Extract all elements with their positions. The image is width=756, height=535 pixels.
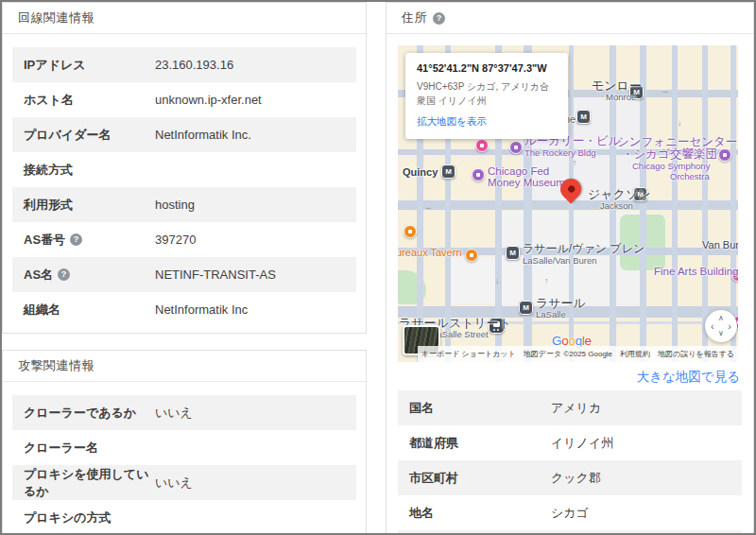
attack-info-title: 攻撃関連情報 (18, 357, 94, 374)
keyboard-shortcuts-link[interactable]: キーボード ショートカット (418, 346, 520, 362)
map-label: Orchestra (670, 172, 710, 181)
table-row: 国名 アメリカ (398, 390, 742, 425)
row-value: 397270 (155, 233, 196, 247)
address-rows: 国名 アメリカ 都道府県 イリノイ州 市区町村 クック郡 地名 シカゴ (398, 390, 742, 535)
address-body: → ↓ ← ← ↓ ↑ ↑ (387, 34, 753, 535)
row-label: IPアドレス (24, 57, 86, 74)
attack-info-header: 攻撃関連情報 (3, 351, 366, 382)
row-value: hosting (155, 198, 195, 212)
pan-right-icon[interactable]: › (728, 321, 731, 332)
row-value: シカゴ (551, 505, 589, 522)
map-label: Money Museum (488, 177, 565, 189)
map-label: ・シカゴ交響楽団 (622, 148, 717, 162)
row-label: プロキシの方式 (24, 509, 112, 526)
row-value: いいえ (155, 475, 193, 492)
google-map[interactable]: → ↓ ← ← ↓ ↑ ↑ (398, 45, 738, 362)
row-value: NetInformatik Inc. (155, 128, 251, 142)
table-row: 組織名 NetInformatik Inc (12, 292, 356, 327)
table-row (398, 530, 742, 535)
map-label: Monroe (606, 93, 636, 102)
row-label: 都道府県 (409, 435, 458, 452)
map-attribution: キーボード ショートカット 地図データ ©2025 Google 利用規約 地図… (418, 346, 738, 362)
table-row: 利用形式 hosting (12, 187, 356, 222)
attack-info-card: 攻撃関連情報 クローラーであるか いいえ クローラー名 プロキシを使用しているか… (2, 350, 367, 535)
metro-station-icon[interactable] (576, 110, 591, 124)
report-error-link[interactable]: 地図の誤りを報告する (654, 346, 738, 362)
map-data-credit: 地図データ ©2025 Google (520, 346, 616, 362)
help-icon[interactable] (58, 268, 70, 281)
row-label: AS名 (24, 267, 53, 284)
map-info-window: 41°52'41.2"N 87°37'47.3"W V9HC+63P シカゴ, … (405, 53, 568, 139)
row-value: いいえ (155, 405, 193, 422)
row-value: unknown.ip-xfer.net (155, 93, 262, 107)
table-row: 接続方式 (12, 152, 356, 187)
left-column: 回線関連情報 IPアドレス 23.160.193.16 ホスト名 unknown… (2, 2, 367, 533)
hotel-poi-icon[interactable] (475, 139, 489, 152)
restaurant-poi-icon[interactable] (465, 249, 478, 262)
map-label: Quincy (403, 166, 438, 178)
table-row: 地名 シカゴ (398, 495, 742, 530)
plus-code-address: V9HC+63P シカゴ, アメリカ合衆国 イリノイ州 (417, 80, 557, 108)
pan-up-icon[interactable]: ∧ (718, 315, 724, 322)
view-larger-row: 大きな地図で見る (398, 362, 742, 387)
oneway-arrow-icon: ↓ (495, 277, 500, 285)
row-label: 国名 (409, 400, 434, 417)
table-row: クローラーであるか いいえ (12, 395, 356, 430)
map-label: ラサール/ヴァン ブレン (523, 243, 644, 255)
line-info-card: 回線関連情報 IPアドレス 23.160.193.16 ホスト名 unknown… (2, 2, 367, 334)
map-label: LaSalle (536, 310, 566, 319)
pan-down-icon[interactable]: ∨ (718, 330, 724, 337)
address-card: 住所 (386, 2, 754, 535)
row-label: クローラーであるか (24, 405, 136, 422)
row-label: ホスト名 (24, 92, 74, 109)
line-info-header: 回線関連情報 (3, 3, 366, 34)
symphony-poi-icon[interactable] (718, 148, 731, 162)
line-info-rows: IPアドレス 23.160.193.16 ホスト名 unknown.ip-xfe… (3, 34, 366, 335)
address-header: 住所 (387, 3, 753, 34)
coordinates-text: 41°52'41.2"N 87°37'47.3"W (417, 62, 557, 74)
row-label: 利用形式 (24, 197, 73, 214)
table-row: 市区町村 クック郡 (398, 460, 742, 495)
table-row: AS名 NETINF-TRANSIT-AS (12, 257, 356, 292)
metro-station-icon[interactable] (506, 246, 520, 260)
row-label: 市区町村 (409, 470, 458, 487)
help-icon[interactable] (70, 233, 82, 246)
row-label: 組織名 (24, 302, 60, 319)
oneway-arrow-icon: ↑ (573, 159, 577, 167)
rookery-poi-icon[interactable] (509, 141, 523, 154)
row-value: 23.160.193.16 (155, 58, 233, 72)
map-label: ureaux Tavern (398, 247, 462, 258)
restaurant-poi-icon[interactable] (404, 225, 417, 238)
map-label: Jackson (600, 201, 633, 211)
map-road (702, 45, 708, 362)
table-row: プロキシの方式 (12, 500, 356, 535)
ip-lookup-page: 回線関連情報 IPアドレス 23.160.193.16 ホスト名 unknown… (0, 0, 756, 535)
line-info-title: 回線関連情報 (18, 9, 94, 26)
museum-poi-icon[interactable] (472, 168, 485, 181)
map-label: Chicago Fed (488, 165, 549, 178)
row-label: 接続方式 (24, 162, 73, 179)
map-label: Fine Arts Building (654, 266, 738, 278)
oneway-arrow-icon: → (661, 87, 669, 95)
row-value: アメリカ (551, 400, 601, 417)
oneway-arrow-icon: ↑ (544, 277, 549, 285)
pan-left-icon[interactable]: ‹ (711, 321, 714, 332)
table-row: AS番号 397270 (12, 222, 356, 257)
row-label: プロバイダー名 (24, 127, 112, 144)
view-larger-map-link[interactable]: 大きな地図で見る (637, 370, 740, 384)
pan-control[interactable]: ∧ ∨ ‹ › (705, 310, 737, 342)
right-column: 住所 (386, 2, 754, 533)
table-row: プロバイダー名 NetInformatik Inc. (12, 117, 356, 152)
row-label: 地名 (409, 505, 434, 522)
enlarge-map-link[interactable]: 拡大地図を表示 (417, 115, 487, 129)
row-label: AS番号 (24, 232, 65, 249)
metro-station-icon[interactable] (519, 301, 533, 315)
map-road (569, 45, 574, 362)
address-title: 住所 (402, 9, 427, 26)
map-label: LaSalle/Van Buren (523, 256, 597, 266)
metro-station-icon[interactable] (441, 164, 455, 179)
map-label: Van Bur (702, 239, 738, 250)
row-value: イリノイ州 (551, 435, 613, 452)
help-icon[interactable] (433, 12, 445, 25)
terms-link[interactable]: 利用規約 (616, 346, 654, 362)
